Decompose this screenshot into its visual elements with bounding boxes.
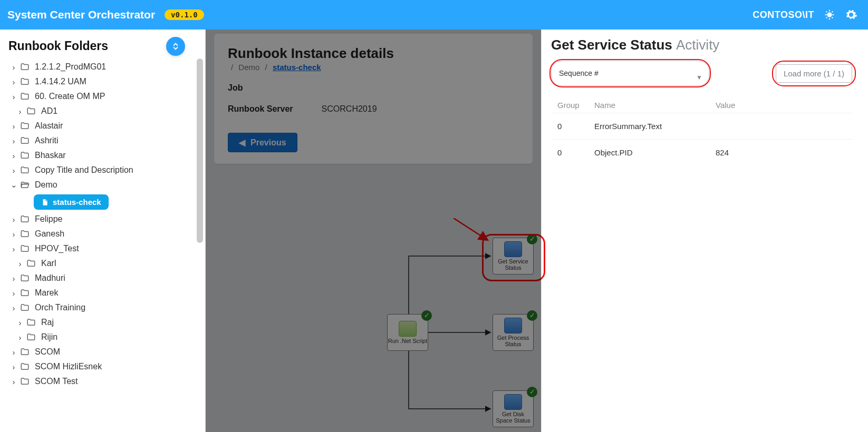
folder-label: SCOM HizliEsnek xyxy=(35,362,188,371)
tree-folder[interactable]: ›1.4.14.2 UAM xyxy=(4,74,192,89)
node-get-process-status[interactable]: ✓ Get Process Status xyxy=(493,314,534,351)
sidebar-collapse-button[interactable] xyxy=(166,37,185,56)
disk-icon xyxy=(504,394,522,410)
node-get-disk-space-status[interactable]: ✓ Get Disk Space Status xyxy=(493,390,534,427)
folder-icon xyxy=(26,332,37,342)
chevron-right-icon: › xyxy=(8,303,19,312)
folder-label: Marek xyxy=(35,288,188,298)
folder-icon xyxy=(20,362,31,371)
tree-folder[interactable]: ›SCOM Test xyxy=(4,374,192,389)
server-label: Runbook Server xyxy=(228,104,293,114)
annotation-highlight-node xyxy=(482,234,545,281)
tree-file-selected[interactable]: status-check xyxy=(34,194,109,210)
tree-folder[interactable]: ›Ashriti xyxy=(4,133,192,148)
chevron-right-icon: › xyxy=(8,151,19,160)
folder-icon xyxy=(26,318,37,327)
folder-icon xyxy=(20,288,31,298)
table-row[interactable]: 0ErrorSummary.Text xyxy=(551,113,852,139)
tree-folder[interactable]: ›Madhuri xyxy=(4,271,192,286)
cell-value: 824 xyxy=(716,148,846,157)
previous-button[interactable]: ◀ Previous xyxy=(228,133,297,152)
folder-label: HPOV_Test xyxy=(35,244,188,253)
folder-icon xyxy=(20,92,31,101)
folder-icon xyxy=(26,106,37,116)
folder-label: 1.2.1.2_ProdMG01 xyxy=(35,62,188,72)
tree-folder[interactable]: ›Marek xyxy=(4,286,192,300)
crumb-current[interactable]: status-check xyxy=(273,63,321,72)
folder-icon xyxy=(20,377,31,386)
node-get-service-status[interactable]: ✓ Get Service Status xyxy=(493,238,534,274)
table-row[interactable]: 0Object.PID824 xyxy=(551,139,852,165)
tree-folder[interactable]: ›60. Create OM MP xyxy=(4,89,192,104)
user-label: CONTOSO\IT xyxy=(753,9,814,21)
tree-folder[interactable]: ⌄Demo xyxy=(4,178,192,192)
crumb-parent[interactable]: Demo xyxy=(238,63,259,72)
tree-folder[interactable]: ›SCOM HizliEsnek xyxy=(4,359,192,374)
folder-label: Copy Title and Description xyxy=(35,165,188,175)
tree-folder[interactable]: ›Raj xyxy=(4,315,192,330)
tree-folder[interactable]: ›Copy Title and Description xyxy=(4,163,192,178)
status-ok-icon: ✓ xyxy=(421,310,432,321)
folder-label: Bhaskar xyxy=(35,151,188,160)
caret-left-icon: ◀ xyxy=(239,138,245,148)
chevron-right-icon: › xyxy=(8,122,19,131)
folder-label: 60. Create OM MP xyxy=(35,92,188,101)
chevron-right-icon: › xyxy=(8,63,19,72)
folder-label: Rijin xyxy=(41,332,188,342)
tree-folder[interactable]: ›HPOV_Test xyxy=(4,241,192,256)
folder-icon xyxy=(20,244,31,253)
chevron-right-icon: › xyxy=(8,274,19,283)
chevron-right-icon: › xyxy=(8,348,19,357)
details-card: Runbook Instance details / Demo / status… xyxy=(214,34,533,164)
tree-folder[interactable]: ›Karl xyxy=(4,256,192,271)
chevron-right-icon: › xyxy=(8,289,19,298)
tree-folder[interactable]: ›Orch Training xyxy=(4,300,192,315)
folder-icon xyxy=(20,303,31,312)
server-value: SCORCH2019 xyxy=(322,104,377,114)
folder-icon xyxy=(20,151,31,160)
folder-tree[interactable]: ›1.2.1.2_ProdMG01›1.4.14.2 UAM›60. Creat… xyxy=(0,58,205,399)
top-header: System Center Orchestrator v0.1.0 CONTOS… xyxy=(0,0,868,30)
svg-point-0 xyxy=(827,12,832,17)
sidebar: Runbook Folders ›1.2.1.2_ProdMG01›1.4.14… xyxy=(0,30,206,432)
file-icon xyxy=(41,199,50,206)
node-run-net-script[interactable]: ✓ Run .Net Script xyxy=(387,314,428,351)
folder-icon xyxy=(20,121,31,131)
cell-group: 0 xyxy=(557,122,594,131)
tree-scrollbar[interactable] xyxy=(197,58,203,243)
folder-icon xyxy=(20,136,31,145)
chevron-down-icon: ⌄ xyxy=(8,180,19,190)
folder-label: Raj xyxy=(41,318,188,327)
tree-folder[interactable]: ›SCOM xyxy=(4,345,192,359)
app-brand: System Center Orchestrator xyxy=(7,8,155,21)
activity-table: Group Name Value 0ErrorSummary.Text0Obje… xyxy=(551,97,852,165)
tree-folder[interactable]: ›1.2.1.2_ProdMG01 xyxy=(4,60,192,74)
folder-label: SCOM Test xyxy=(35,377,188,386)
chevron-right-icon: › xyxy=(8,77,19,86)
workflow-canvas[interactable]: ✓ Run .Net Script ✓ Get Service Status ✓… xyxy=(206,193,541,432)
status-ok-icon: ✓ xyxy=(527,234,537,244)
tree-folder[interactable]: ›Alastair xyxy=(4,119,192,133)
folder-label: Madhuri xyxy=(35,273,188,283)
folder-label: SCOM xyxy=(35,347,188,357)
bug-icon[interactable] xyxy=(824,9,835,21)
chevron-right-icon: › xyxy=(15,318,25,327)
gear-icon[interactable] xyxy=(845,8,857,21)
chevron-right-icon: › xyxy=(15,107,25,116)
chevron-right-icon: › xyxy=(8,92,19,101)
load-more-button[interactable]: Load more (1 / 1) xyxy=(776,64,852,83)
details-title: Runbook Instance details xyxy=(228,45,519,62)
tree-folder[interactable]: ›Bhaskar xyxy=(4,148,192,163)
tree-folder[interactable]: ›AD1 xyxy=(4,104,192,119)
sequence-dropdown[interactable]: Sequence # ▼ xyxy=(551,61,709,86)
chevron-right-icon: › xyxy=(8,244,19,253)
folder-icon xyxy=(20,347,31,357)
cell-name: ErrorSummary.Text xyxy=(594,122,716,131)
tree-folder[interactable]: ›Rijin xyxy=(4,330,192,345)
status-ok-icon: ✓ xyxy=(527,310,537,321)
folder-icon xyxy=(26,259,37,268)
service-icon xyxy=(504,241,522,257)
breadcrumb: / Demo / status-check xyxy=(228,63,519,72)
tree-folder[interactable]: ›Felippe xyxy=(4,212,192,227)
tree-folder[interactable]: ›Ganesh xyxy=(4,227,192,241)
